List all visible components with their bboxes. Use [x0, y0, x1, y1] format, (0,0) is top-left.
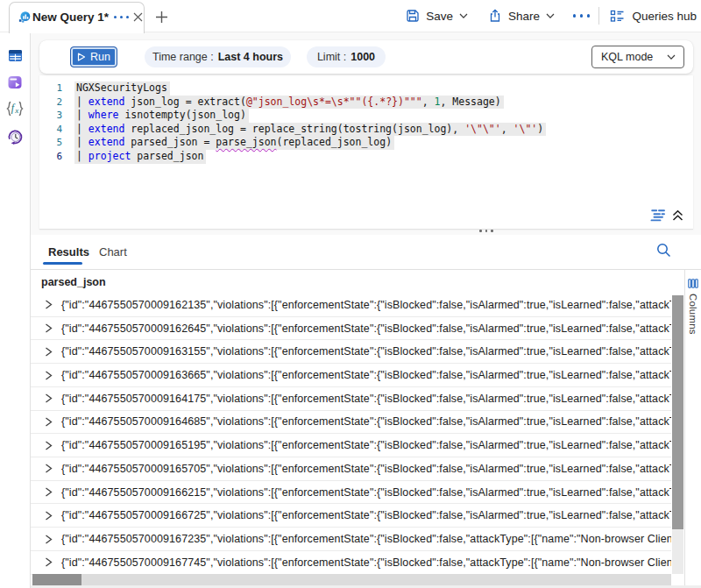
- limit-label: Limit :: [317, 51, 346, 63]
- code-text: | extend replaced_json_log = replace_str…: [74, 123, 546, 137]
- row-json-text: {"id":"4467550570009164685","violations"…: [61, 415, 671, 428]
- limit-picker[interactable]: Limit : 1000: [307, 46, 386, 67]
- tab-results[interactable]: Results: [48, 245, 89, 259]
- code-text: NGXSecurityLogs: [74, 81, 170, 96]
- active-tab-underline: [43, 262, 82, 265]
- kql-mode-value: KQL mode: [601, 51, 653, 63]
- row-json-text: {"id":"4467550570009167235","violations"…: [61, 533, 671, 545]
- expand-row-icon[interactable]: [45, 464, 53, 473]
- expand-row-icon[interactable]: [45, 511, 53, 521]
- collapse-editor-icon[interactable]: [672, 209, 683, 222]
- queries-hub-button[interactable]: Queries hub: [610, 9, 697, 24]
- table-row[interactable]: {"id":"4467550570009164175","violations"…: [31, 387, 671, 411]
- expand-row-icon[interactable]: [45, 371, 53, 380]
- share-icon: [488, 9, 502, 23]
- results-tab-bar: Results Chart: [31, 235, 701, 270]
- vertical-scrollbar-thumb[interactable]: [672, 295, 683, 529]
- table-row[interactable]: {"id":"4467550570009167235","violations"…: [31, 528, 671, 551]
- vertical-scrollbar[interactable]: [672, 295, 683, 574]
- column-header-row[interactable]: parsed_json: [31, 270, 671, 294]
- table-row[interactable]: {"id":"4467550570009164685","violations"…: [31, 411, 671, 435]
- code-text: | extend json_log = extract(@"json_log\s…: [74, 96, 504, 110]
- row-json-text: {"id":"4467550570009164175","violations"…: [61, 393, 671, 405]
- columns-side-panel[interactable]: Columns: [684, 270, 701, 588]
- splitter-handle[interactable]: [479, 230, 493, 232]
- line-number: 4: [39, 123, 62, 137]
- queries-hub-icon: [610, 9, 625, 24]
- row-json-text: {"id":"4467550570009162135","violations"…: [61, 299, 671, 311]
- query-summary-icon[interactable]: [650, 209, 666, 222]
- table-row[interactable]: {"id":"4467550570009162645","violations"…: [31, 317, 671, 341]
- top-bar: New Query 1* Save: [0, 0, 701, 32]
- code-lines: 1NGXSecurityLogs2| extend json_log = ext…: [39, 81, 693, 164]
- line-number: 2: [39, 96, 62, 110]
- table-row[interactable]: {"id":"4467550570009166725","violations"…: [31, 504, 671, 528]
- expand-row-icon[interactable]: [45, 535, 53, 544]
- query-editor[interactable]: 1NGXSecurityLogs2| extend json_log = ext…: [39, 75, 693, 230]
- table-row[interactable]: {"id":"4467550570009162135","violations"…: [31, 294, 671, 317]
- share-chevron-icon[interactable]: [545, 11, 556, 21]
- results-panel: Results Chart parsed_json {"id":"4467550…: [31, 235, 701, 588]
- table-row[interactable]: {"id":"4467550570009165195","violations"…: [31, 434, 671, 457]
- main-content: Run Time range : Last 4 hours Limit : 10…: [31, 32, 701, 588]
- kql-mode-select[interactable]: KQL mode: [591, 46, 684, 68]
- expand-row-icon[interactable]: [45, 393, 53, 403]
- new-tab-button[interactable]: [151, 6, 172, 27]
- save-chevron-icon[interactable]: [458, 11, 469, 21]
- expand-row-icon[interactable]: [45, 417, 53, 427]
- kql-mode-chevron-icon: [666, 52, 676, 62]
- line-number: 6: [39, 150, 62, 164]
- expand-row-icon[interactable]: [45, 557, 53, 567]
- tab-chart[interactable]: Chart: [99, 245, 127, 259]
- save-button[interactable]: Save: [406, 9, 469, 23]
- more-actions-icon[interactable]: [573, 14, 591, 18]
- share-button[interactable]: Share: [488, 9, 556, 23]
- horizontal-scrollbar[interactable]: [32, 574, 671, 585]
- table-row[interactable]: {"id":"4467550570009163155","violations"…: [31, 340, 671, 364]
- tab-close-icon[interactable]: [133, 12, 143, 22]
- results-rows: {"id":"4467550570009162135","violations"…: [31, 294, 671, 575]
- queries-hub-label: Queries hub: [632, 10, 697, 23]
- table-row[interactable]: {"id":"4467550570009166215","violations"…: [31, 481, 671, 505]
- run-label: Run: [90, 51, 110, 63]
- expand-row-icon[interactable]: [45, 300, 53, 309]
- table-row[interactable]: {"id":"4467550570009163665","violations"…: [31, 364, 671, 387]
- table-row[interactable]: {"id":"4467550570009165705","violations"…: [31, 457, 671, 481]
- kusto-app-icon: [18, 11, 31, 24]
- expand-row-icon[interactable]: [45, 441, 53, 450]
- code-line-2[interactable]: 2| extend json_log = extract(@"json_log\…: [39, 96, 693, 110]
- code-line-5[interactable]: 5| extend parsed_json = parse_json(repla…: [39, 136, 693, 150]
- code-line-6[interactable]: 6| project parsed_json: [39, 150, 693, 164]
- query-toolbar: Run Time range : Last 4 hours Limit : 10…: [39, 40, 693, 74]
- limit-value: 1000: [350, 51, 375, 63]
- expand-row-icon[interactable]: [45, 487, 53, 497]
- table-data-icon[interactable]: [0, 44, 30, 67]
- table-row[interactable]: {"id":"4467550570009167745","violations"…: [31, 551, 671, 575]
- save-label: Save: [426, 10, 453, 23]
- time-range-label: Time range :: [152, 51, 214, 63]
- query-tab[interactable]: New Query 1*: [9, 2, 145, 33]
- expand-row-icon[interactable]: [45, 323, 53, 333]
- row-json-text: {"id":"4467550570009165195","violations"…: [61, 439, 671, 451]
- code-text: | extend parsed_json = parse_json(replac…: [74, 136, 394, 150]
- share-label: Share: [508, 10, 540, 23]
- code-line-3[interactable]: 3| where isnotempty(json_log): [39, 109, 693, 123]
- left-rail: f x: [0, 32, 31, 588]
- functions-icon[interactable]: f x: [0, 97, 30, 120]
- query-tile-icon[interactable]: [0, 71, 30, 94]
- search-icon[interactable]: [656, 243, 671, 258]
- row-json-text: {"id":"4467550570009166215","violations"…: [61, 486, 671, 499]
- row-json-text: {"id":"4467550570009163155","violations"…: [61, 345, 671, 358]
- code-line-1[interactable]: 1NGXSecurityLogs: [39, 81, 693, 96]
- row-json-text: {"id":"4467550570009162645","violations"…: [61, 322, 671, 335]
- tab-more-icon[interactable]: [114, 16, 129, 18]
- run-button[interactable]: Run: [70, 46, 117, 67]
- horizontal-scrollbar-thumb[interactable]: [32, 574, 81, 585]
- code-line-4[interactable]: 4| extend replaced_json_log = replace_st…: [39, 123, 693, 137]
- time-range-picker[interactable]: Time range : Last 4 hours: [145, 46, 291, 67]
- history-icon[interactable]: [0, 125, 30, 148]
- column-header-parsed-json: parsed_json: [41, 276, 106, 288]
- time-range-value: Last 4 hours: [218, 51, 283, 63]
- save-icon: [406, 9, 420, 23]
- expand-row-icon[interactable]: [45, 347, 53, 357]
